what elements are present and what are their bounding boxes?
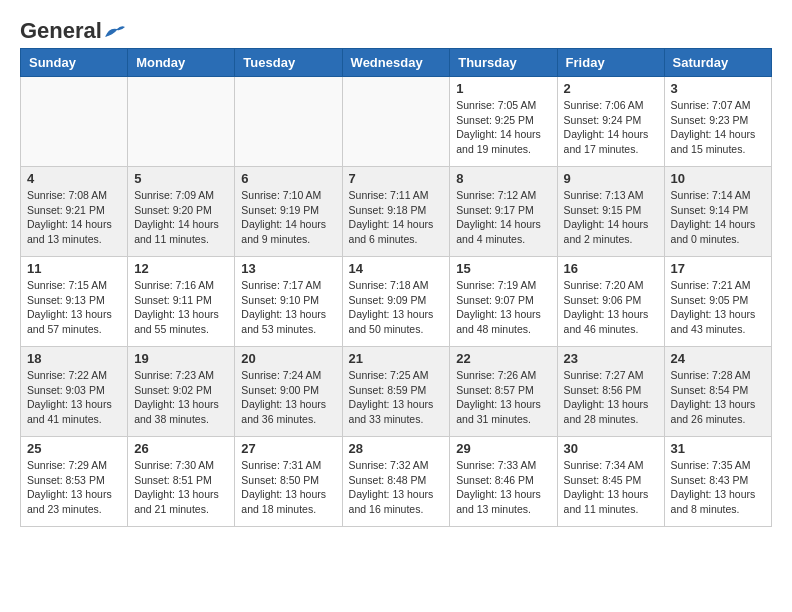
day-number: 30: [564, 441, 658, 456]
day-info: Sunrise: 7:23 AM Sunset: 9:02 PM Dayligh…: [134, 368, 228, 427]
day-number: 5: [134, 171, 228, 186]
logo-bird-icon: [103, 23, 125, 41]
day-info: Sunrise: 7:28 AM Sunset: 8:54 PM Dayligh…: [671, 368, 765, 427]
calendar-cell: 17Sunrise: 7:21 AM Sunset: 9:05 PM Dayli…: [664, 257, 771, 347]
day-info: Sunrise: 7:35 AM Sunset: 8:43 PM Dayligh…: [671, 458, 765, 517]
day-info: Sunrise: 7:14 AM Sunset: 9:14 PM Dayligh…: [671, 188, 765, 247]
calendar-cell: 16Sunrise: 7:20 AM Sunset: 9:06 PM Dayli…: [557, 257, 664, 347]
day-number: 17: [671, 261, 765, 276]
day-number: 27: [241, 441, 335, 456]
day-info: Sunrise: 7:30 AM Sunset: 8:51 PM Dayligh…: [134, 458, 228, 517]
calendar-cell: 22Sunrise: 7:26 AM Sunset: 8:57 PM Dayli…: [450, 347, 557, 437]
calendar-cell: 20Sunrise: 7:24 AM Sunset: 9:00 PM Dayli…: [235, 347, 342, 437]
day-info: Sunrise: 7:15 AM Sunset: 9:13 PM Dayligh…: [27, 278, 121, 337]
day-info: Sunrise: 7:26 AM Sunset: 8:57 PM Dayligh…: [456, 368, 550, 427]
calendar-cell: 12Sunrise: 7:16 AM Sunset: 9:11 PM Dayli…: [128, 257, 235, 347]
calendar-cell: 21Sunrise: 7:25 AM Sunset: 8:59 PM Dayli…: [342, 347, 450, 437]
day-info: Sunrise: 7:16 AM Sunset: 9:11 PM Dayligh…: [134, 278, 228, 337]
day-info: Sunrise: 7:31 AM Sunset: 8:50 PM Dayligh…: [241, 458, 335, 517]
calendar-week-row: 1Sunrise: 7:05 AM Sunset: 9:25 PM Daylig…: [21, 77, 772, 167]
day-info: Sunrise: 7:17 AM Sunset: 9:10 PM Dayligh…: [241, 278, 335, 337]
day-number: 6: [241, 171, 335, 186]
calendar-cell: 14Sunrise: 7:18 AM Sunset: 9:09 PM Dayli…: [342, 257, 450, 347]
calendar-cell: [128, 77, 235, 167]
day-info: Sunrise: 7:07 AM Sunset: 9:23 PM Dayligh…: [671, 98, 765, 157]
day-info: Sunrise: 7:20 AM Sunset: 9:06 PM Dayligh…: [564, 278, 658, 337]
calendar-table: SundayMondayTuesdayWednesdayThursdayFrid…: [20, 48, 772, 527]
calendar-header-row: SundayMondayTuesdayWednesdayThursdayFrid…: [21, 49, 772, 77]
day-number: 19: [134, 351, 228, 366]
calendar-cell: 5Sunrise: 7:09 AM Sunset: 9:20 PM Daylig…: [128, 167, 235, 257]
day-info: Sunrise: 7:12 AM Sunset: 9:17 PM Dayligh…: [456, 188, 550, 247]
day-number: 22: [456, 351, 550, 366]
calendar-cell: [342, 77, 450, 167]
day-number: 24: [671, 351, 765, 366]
day-number: 3: [671, 81, 765, 96]
calendar-cell: 27Sunrise: 7:31 AM Sunset: 8:50 PM Dayli…: [235, 437, 342, 527]
calendar-cell: 2Sunrise: 7:06 AM Sunset: 9:24 PM Daylig…: [557, 77, 664, 167]
calendar-cell: 31Sunrise: 7:35 AM Sunset: 8:43 PM Dayli…: [664, 437, 771, 527]
calendar-cell: 8Sunrise: 7:12 AM Sunset: 9:17 PM Daylig…: [450, 167, 557, 257]
day-info: Sunrise: 7:25 AM Sunset: 8:59 PM Dayligh…: [349, 368, 444, 427]
day-info: Sunrise: 7:11 AM Sunset: 9:18 PM Dayligh…: [349, 188, 444, 247]
day-info: Sunrise: 7:33 AM Sunset: 8:46 PM Dayligh…: [456, 458, 550, 517]
calendar-week-row: 11Sunrise: 7:15 AM Sunset: 9:13 PM Dayli…: [21, 257, 772, 347]
day-info: Sunrise: 7:18 AM Sunset: 9:09 PM Dayligh…: [349, 278, 444, 337]
day-info: Sunrise: 7:22 AM Sunset: 9:03 PM Dayligh…: [27, 368, 121, 427]
day-number: 2: [564, 81, 658, 96]
calendar-cell: 7Sunrise: 7:11 AM Sunset: 9:18 PM Daylig…: [342, 167, 450, 257]
calendar-cell: 9Sunrise: 7:13 AM Sunset: 9:15 PM Daylig…: [557, 167, 664, 257]
day-number: 20: [241, 351, 335, 366]
calendar-cell: 23Sunrise: 7:27 AM Sunset: 8:56 PM Dayli…: [557, 347, 664, 437]
day-number: 21: [349, 351, 444, 366]
day-number: 25: [27, 441, 121, 456]
day-info: Sunrise: 7:05 AM Sunset: 9:25 PM Dayligh…: [456, 98, 550, 157]
day-info: Sunrise: 7:24 AM Sunset: 9:00 PM Dayligh…: [241, 368, 335, 427]
day-info: Sunrise: 7:29 AM Sunset: 8:53 PM Dayligh…: [27, 458, 121, 517]
day-number: 14: [349, 261, 444, 276]
day-info: Sunrise: 7:19 AM Sunset: 9:07 PM Dayligh…: [456, 278, 550, 337]
page-header: General: [20, 20, 772, 38]
day-number: 31: [671, 441, 765, 456]
calendar-cell: 19Sunrise: 7:23 AM Sunset: 9:02 PM Dayli…: [128, 347, 235, 437]
calendar-cell: 26Sunrise: 7:30 AM Sunset: 8:51 PM Dayli…: [128, 437, 235, 527]
calendar-cell: [21, 77, 128, 167]
calendar-cell: 28Sunrise: 7:32 AM Sunset: 8:48 PM Dayli…: [342, 437, 450, 527]
day-number: 26: [134, 441, 228, 456]
day-number: 13: [241, 261, 335, 276]
calendar-cell: 29Sunrise: 7:33 AM Sunset: 8:46 PM Dayli…: [450, 437, 557, 527]
calendar-cell: 30Sunrise: 7:34 AM Sunset: 8:45 PM Dayli…: [557, 437, 664, 527]
day-number: 18: [27, 351, 121, 366]
calendar-cell: 15Sunrise: 7:19 AM Sunset: 9:07 PM Dayli…: [450, 257, 557, 347]
day-number: 15: [456, 261, 550, 276]
calendar-cell: 11Sunrise: 7:15 AM Sunset: 9:13 PM Dayli…: [21, 257, 128, 347]
col-header-thursday: Thursday: [450, 49, 557, 77]
day-info: Sunrise: 7:08 AM Sunset: 9:21 PM Dayligh…: [27, 188, 121, 247]
calendar-week-row: 4Sunrise: 7:08 AM Sunset: 9:21 PM Daylig…: [21, 167, 772, 257]
day-number: 7: [349, 171, 444, 186]
day-number: 28: [349, 441, 444, 456]
day-number: 9: [564, 171, 658, 186]
calendar-cell: 18Sunrise: 7:22 AM Sunset: 9:03 PM Dayli…: [21, 347, 128, 437]
logo-general: General: [20, 18, 102, 43]
day-number: 12: [134, 261, 228, 276]
col-header-friday: Friday: [557, 49, 664, 77]
calendar-cell: 13Sunrise: 7:17 AM Sunset: 9:10 PM Dayli…: [235, 257, 342, 347]
day-info: Sunrise: 7:27 AM Sunset: 8:56 PM Dayligh…: [564, 368, 658, 427]
calendar-cell: 24Sunrise: 7:28 AM Sunset: 8:54 PM Dayli…: [664, 347, 771, 437]
col-header-saturday: Saturday: [664, 49, 771, 77]
day-info: Sunrise: 7:09 AM Sunset: 9:20 PM Dayligh…: [134, 188, 228, 247]
day-number: 16: [564, 261, 658, 276]
day-info: Sunrise: 7:13 AM Sunset: 9:15 PM Dayligh…: [564, 188, 658, 247]
day-number: 10: [671, 171, 765, 186]
calendar-cell: 25Sunrise: 7:29 AM Sunset: 8:53 PM Dayli…: [21, 437, 128, 527]
day-info: Sunrise: 7:06 AM Sunset: 9:24 PM Dayligh…: [564, 98, 658, 157]
calendar-cell: 3Sunrise: 7:07 AM Sunset: 9:23 PM Daylig…: [664, 77, 771, 167]
calendar-cell: 10Sunrise: 7:14 AM Sunset: 9:14 PM Dayli…: [664, 167, 771, 257]
day-info: Sunrise: 7:34 AM Sunset: 8:45 PM Dayligh…: [564, 458, 658, 517]
day-number: 1: [456, 81, 550, 96]
calendar-cell: 1Sunrise: 7:05 AM Sunset: 9:25 PM Daylig…: [450, 77, 557, 167]
col-header-tuesday: Tuesday: [235, 49, 342, 77]
calendar-week-row: 18Sunrise: 7:22 AM Sunset: 9:03 PM Dayli…: [21, 347, 772, 437]
day-info: Sunrise: 7:32 AM Sunset: 8:48 PM Dayligh…: [349, 458, 444, 517]
